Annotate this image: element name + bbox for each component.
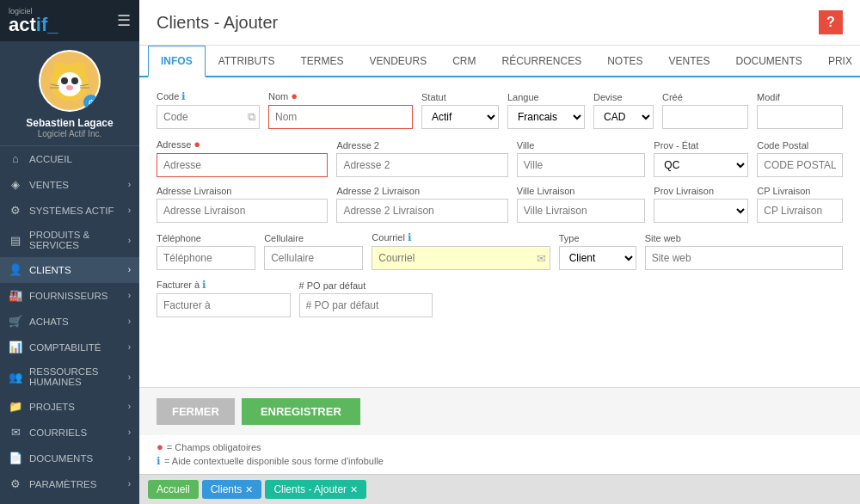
tab-notes[interactable]: NOTES bbox=[594, 46, 655, 77]
modif-input[interactable]: 2018-08-28 bbox=[757, 105, 843, 129]
statut-label: Statut bbox=[421, 92, 499, 102]
courriels-icon: ✉ bbox=[9, 426, 22, 439]
tab-termes[interactable]: TERMES bbox=[287, 46, 356, 77]
sidebar-item-courriels[interactable]: ✉ COURRIELS › bbox=[0, 420, 139, 446]
code-input[interactable] bbox=[157, 105, 260, 129]
facturer-label: Facturer à ℹ bbox=[157, 279, 291, 291]
sidebar: logiciel actif_ ☰ bbox=[0, 0, 139, 504]
sidebar-item-achats[interactable]: 🛒 ACHATS › bbox=[0, 309, 139, 335]
sidebar-item-produits[interactable]: ▤ PRODUITS & SERVICES › bbox=[0, 224, 139, 257]
adresse-label: Adresse ● bbox=[157, 138, 328, 151]
adresse-input[interactable] bbox=[157, 153, 328, 177]
adresse2-liv-input[interactable] bbox=[336, 199, 507, 223]
courriel-input[interactable] bbox=[372, 246, 550, 270]
close-button[interactable]: FERMER bbox=[157, 398, 235, 425]
bottom-tab-clients-ajouter[interactable]: Clients - Ajouter ✕ bbox=[265, 480, 366, 499]
sidebar-item-label: PROJETS bbox=[29, 402, 128, 412]
arrow-icon: › bbox=[128, 402, 131, 411]
prov-liv-label: Prov Livraison bbox=[654, 186, 748, 196]
code-info-icon[interactable]: ℹ bbox=[181, 90, 186, 102]
devise-select[interactable]: CAD USD bbox=[593, 105, 654, 129]
sidebar-item-documents[interactable]: 📄 DOCUMENTS › bbox=[0, 446, 139, 471]
projets-icon: 📁 bbox=[9, 400, 22, 413]
sidebar-item-accueil[interactable]: ⌂ ACCUEIL bbox=[0, 146, 139, 172]
ville-label: Ville bbox=[517, 140, 646, 151]
statut-group: Statut Actif Inactif bbox=[421, 92, 499, 129]
code-copy-icon: ⧉ bbox=[248, 110, 255, 124]
code-label: Code ℹ bbox=[157, 90, 260, 102]
tab-documents[interactable]: DOCUMENTS bbox=[723, 46, 815, 77]
sidebar-item-fournisseurs[interactable]: 🏭 FOURNISSEURS › bbox=[0, 283, 139, 309]
tabs-bar: INFOS ATTRIBUTS TERMES VENDEURS CRM RÉCU… bbox=[139, 46, 860, 77]
prov-liv-select[interactable]: QC ON bbox=[654, 199, 748, 223]
po-input[interactable] bbox=[299, 293, 433, 317]
documents-icon: 📄 bbox=[9, 452, 22, 464]
cree-input[interactable]: 2018-08-28 bbox=[662, 105, 748, 129]
required-legend-icon: ● bbox=[157, 440, 163, 453]
tab-recurrences[interactable]: RÉCURRENCES bbox=[488, 46, 594, 77]
cellulaire-group: Cellulaire bbox=[264, 233, 363, 270]
tab-infos[interactable]: INFOS bbox=[148, 46, 206, 77]
gear-badge-icon[interactable]: ⚙ bbox=[83, 95, 99, 110]
sidebar-item-projets[interactable]: 📁 PROJETS › bbox=[0, 394, 139, 420]
sidebar-item-systemes[interactable]: ⚙ SYSTÈMES ACTIF › bbox=[0, 198, 139, 224]
langue-group: Langue Francais English bbox=[507, 92, 585, 129]
telephone-label: Téléphone bbox=[157, 233, 255, 243]
prov-select[interactable]: QC ON AB bbox=[654, 153, 748, 177]
bottom-tab-clients[interactable]: Clients ✕ bbox=[202, 480, 262, 499]
nom-input[interactable] bbox=[268, 105, 413, 129]
systemes-icon: ⚙ bbox=[9, 204, 22, 217]
logo-text: actif_ bbox=[9, 15, 58, 34]
tab-attributs[interactable]: ATTRIBUTS bbox=[206, 46, 288, 77]
page-title: Clients - Ajouter bbox=[157, 13, 278, 33]
close-tab-icon[interactable]: ✕ bbox=[245, 484, 253, 495]
sidebar-item-ventes[interactable]: ◈ VENTES › bbox=[0, 172, 139, 198]
sidebar-item-label: COMPTABILITÉ bbox=[29, 342, 128, 353]
langue-select[interactable]: Francais English bbox=[507, 105, 585, 129]
site-web-label: Site web bbox=[645, 233, 843, 243]
code-input-wrapper: ⧉ bbox=[157, 105, 260, 129]
adresse2-input[interactable] bbox=[336, 153, 507, 177]
sidebar-item-clients[interactable]: 👤 CLIENTS › bbox=[0, 257, 139, 283]
bottom-tab-label: Clients - Ajouter bbox=[273, 483, 347, 495]
courriel-info-icon[interactable]: ℹ bbox=[408, 231, 412, 243]
adresse2-liv-group: Adresse 2 Livraison bbox=[336, 186, 507, 223]
telephone-group: Téléphone bbox=[157, 233, 255, 270]
info-legend-icon: ℹ bbox=[157, 455, 161, 467]
tab-prix[interactable]: PRIX bbox=[815, 46, 860, 77]
user-company: Logiciel Actif Inc. bbox=[4, 129, 135, 138]
ville-liv-input[interactable] bbox=[517, 199, 646, 223]
cp-liv-input[interactable] bbox=[757, 199, 843, 223]
telephone-input[interactable] bbox=[157, 246, 255, 270]
sidebar-item-aide[interactable]: ? AIDE bbox=[0, 497, 139, 504]
site-web-input[interactable] bbox=[645, 246, 843, 270]
arrow-icon: › bbox=[128, 427, 131, 437]
nom-group: Nom ● bbox=[268, 89, 413, 129]
statut-select[interactable]: Actif Inactif bbox=[421, 105, 499, 129]
facturer-info-icon[interactable]: ℹ bbox=[202, 279, 206, 291]
save-button[interactable]: ENREGISTRER bbox=[242, 398, 360, 425]
arrow-icon: › bbox=[128, 291, 131, 300]
hamburger-icon[interactable]: ☰ bbox=[117, 11, 131, 30]
code-postal-input[interactable] bbox=[757, 153, 843, 177]
sidebar-item-rh[interactable]: 👥 RESSOURCES HUMAINES › bbox=[0, 360, 139, 394]
close-tab-icon[interactable]: ✕ bbox=[350, 484, 358, 495]
avatar: ⚙ bbox=[39, 50, 101, 112]
arrow-icon: › bbox=[128, 180, 131, 189]
help-button[interactable]: ? bbox=[819, 10, 843, 34]
facturer-input[interactable] bbox=[157, 293, 291, 317]
tab-vendeurs[interactable]: VENDEURS bbox=[356, 46, 439, 77]
sidebar-item-comptabilite[interactable]: 📊 COMPTABILITÉ › bbox=[0, 335, 139, 360]
sidebar-item-label: DOCUMENTS bbox=[29, 453, 128, 464]
required-legend: ● = Champs obligatoires bbox=[157, 440, 843, 453]
tab-crm[interactable]: CRM bbox=[439, 46, 488, 77]
bottom-tab-accueil[interactable]: Accueil bbox=[148, 480, 199, 499]
tab-ventes[interactable]: VENTES bbox=[656, 46, 723, 77]
sidebar-item-parametres[interactable]: ⚙ PARAMÈTRES › bbox=[0, 471, 139, 497]
form-row-1: Code ℹ ⧉ Nom ● Statut Actif In bbox=[157, 89, 843, 129]
ville-input[interactable] bbox=[517, 153, 646, 177]
courriel-group: Courriel ℹ ✉ bbox=[372, 231, 550, 270]
cellulaire-input[interactable] bbox=[264, 246, 363, 270]
type-select[interactable]: Client Prospect bbox=[559, 246, 636, 270]
adresse-liv-input[interactable] bbox=[157, 199, 328, 223]
